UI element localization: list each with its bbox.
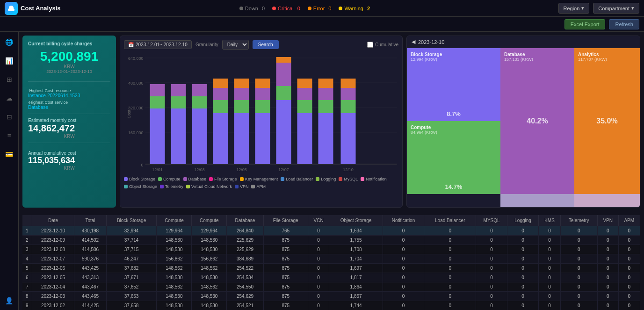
- col-object-storage: Object Storage: [329, 215, 383, 226]
- table-cell: 0: [597, 226, 618, 236]
- table-cell: 0: [539, 245, 560, 254]
- table-cell: 0: [618, 264, 640, 273]
- granularity-label: Granularity: [195, 42, 218, 47]
- table-cell: 9: [22, 301, 32, 310]
- table-cell: 2023-12-09: [32, 236, 74, 245]
- status-down: Down 0: [239, 6, 265, 11]
- table-cell: 0: [308, 254, 329, 264]
- table-cell: 0: [618, 282, 640, 292]
- legend-key-management: Key Management: [240, 177, 278, 181]
- table-cell: 0: [539, 236, 560, 245]
- table-row: 72023-12-04443,46737,652148,562148,56225…: [22, 282, 640, 292]
- legend-compute: Compute: [158, 177, 181, 181]
- table-cell: 0: [308, 245, 329, 254]
- table-cell: 0: [507, 292, 538, 301]
- table-cell: 37,653: [106, 292, 157, 301]
- granularity-select[interactable]: Daily: [222, 40, 249, 50]
- table-cell: 4: [22, 254, 32, 264]
- table-header-row: Date Total Block Storage Compute Compute…: [22, 215, 640, 226]
- highest-service-value: Database: [28, 105, 110, 110]
- region-dropdown[interactable]: Region ▾: [558, 3, 590, 14]
- table-cell: 37,682: [106, 264, 157, 273]
- sidebar-icon-cloud[interactable]: ☁: [4, 93, 15, 104]
- sidebar-icon-layers[interactable]: ⊟: [4, 111, 15, 123]
- table-cell: 0: [424, 245, 476, 254]
- table-cell: 5: [22, 264, 32, 273]
- table-cell: 2023-12-06: [32, 264, 74, 273]
- svg-rect-46: [341, 88, 356, 100]
- treemap-back-icon[interactable]: ◀: [412, 39, 415, 45]
- table-cell: 0: [560, 301, 597, 310]
- table-cell: 37,671: [106, 273, 157, 282]
- chart-legend: Block Storage Compute Database File Stor…: [124, 177, 398, 189]
- svg-text:12/05: 12/05: [236, 167, 247, 172]
- sidebar-icon-list[interactable]: ≡: [4, 130, 15, 141]
- svg-text:12/07: 12/07: [278, 167, 289, 172]
- table-row: 42023-12-07590,37646,247156,862156,86238…: [22, 254, 640, 264]
- table-cell: 0: [383, 245, 424, 254]
- refresh-button[interactable]: Refresh: [609, 19, 639, 29]
- table-cell: 414,425: [74, 301, 106, 310]
- search-button[interactable]: Search: [253, 40, 279, 49]
- table-cell: 148,530: [192, 245, 227, 254]
- svg-rect-27: [234, 79, 249, 88]
- billing-title: Current billing cycle charges: [28, 41, 110, 46]
- table-cell: 875: [263, 245, 308, 254]
- estimated-monthly-label: Estimated monthly cost: [28, 118, 110, 123]
- table-cell: 0: [618, 226, 640, 236]
- col-num: [22, 215, 32, 226]
- sidebar-icon-globe[interactable]: 🌐: [4, 36, 15, 48]
- table-row: 52023-12-06443,42537,682148,562148,56225…: [22, 264, 640, 273]
- table-cell: 37,658: [106, 301, 157, 310]
- svg-text:480,000: 480,000: [128, 81, 144, 86]
- table-cell: 443,313: [74, 273, 106, 282]
- col-block-storage: Block Storage: [106, 215, 157, 226]
- highest-resource-label: ·Highest Cost resource: [28, 88, 110, 93]
- database-pct: 40.2%: [527, 117, 548, 125]
- divider-3: [28, 143, 110, 143]
- table-cell: 148,530: [192, 292, 227, 301]
- legend-mysql: MySQL: [339, 177, 358, 181]
- svg-rect-28: [255, 113, 270, 164]
- legend-vpn: VPN: [235, 184, 249, 189]
- table-cell: 0: [507, 236, 538, 245]
- svg-text:12/01: 12/01: [152, 167, 163, 172]
- excel-export-button[interactable]: Excel Export: [564, 19, 606, 29]
- table-cell: 2023-12-04: [32, 282, 74, 292]
- table-cell: 0: [597, 236, 618, 245]
- table-row: 82023-12-03443,46537,653148,530148,53025…: [22, 292, 640, 301]
- compartment-dropdown[interactable]: Compartment ▾: [593, 3, 639, 14]
- table-cell: 0: [476, 245, 507, 254]
- date-range-input[interactable]: 📅 2023-12-01~ 2023-12-10: [124, 40, 192, 49]
- legend-dot-logging: [316, 177, 319, 181]
- table-cell: 0: [560, 226, 597, 236]
- sidebar-icon-user[interactable]: 👤: [4, 295, 15, 306]
- table-cell: 0: [476, 273, 507, 282]
- table-row: 92023-12-02414,42537,658148,530148,53025…: [22, 301, 640, 310]
- table-cell: 0: [308, 273, 329, 282]
- treemap-cell-block-storage: Block Storage 12,994 (KRW) 8.7%: [407, 48, 500, 121]
- sidebar-icon-grid[interactable]: ⊞: [4, 74, 15, 85]
- legend-block-storage: Block Storage: [124, 177, 155, 181]
- svg-rect-45: [341, 100, 356, 113]
- cumulative-checkbox[interactable]: [367, 42, 373, 48]
- sidebar-icon-chart[interactable]: 📊: [4, 55, 15, 66]
- table-cell: 0: [618, 254, 640, 264]
- highest-service-label: ·Highest Cost service: [28, 100, 110, 105]
- sidebar-icon-card[interactable]: 💳: [4, 149, 15, 160]
- table-cell: 254,550: [227, 282, 263, 292]
- table-cell: 148,530: [192, 273, 227, 282]
- table-cell: 264,840: [227, 226, 263, 236]
- top-right-controls: Region ▾ Compartment ▾: [558, 3, 640, 14]
- col-notification: Notification: [383, 215, 424, 226]
- table-cell: 414,502: [74, 236, 106, 245]
- table-cell: 0: [560, 264, 597, 273]
- col-file-storage: File Storage: [263, 215, 308, 226]
- svg-rect-15: [171, 96, 186, 108]
- table-cell: 37,714: [106, 236, 157, 245]
- table-cell: 3: [22, 245, 32, 254]
- svg-rect-25: [234, 100, 249, 113]
- estimated-currency: KRW: [28, 134, 110, 139]
- svg-rect-18: [192, 96, 207, 108]
- billing-date-range: 2023-12-01~2023-12-10: [28, 69, 110, 74]
